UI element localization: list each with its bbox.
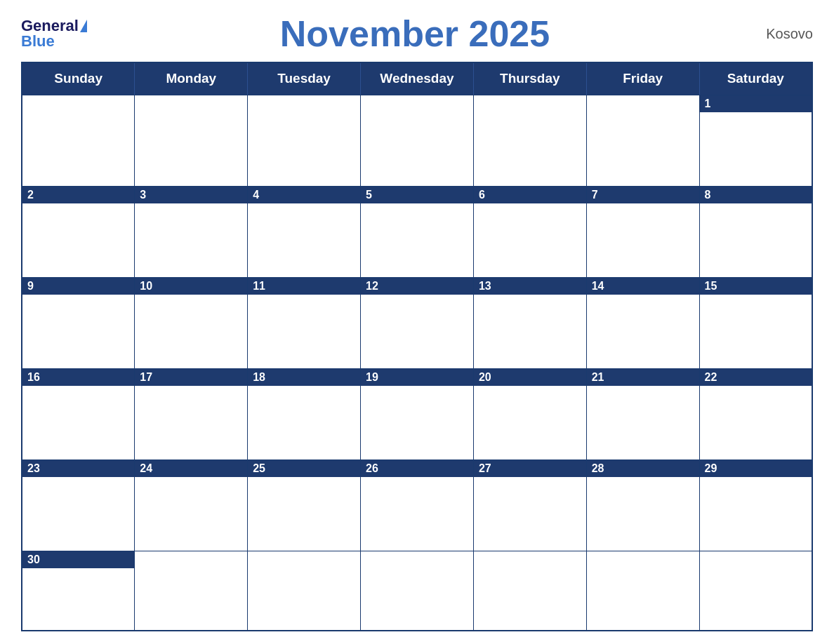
col-saturday: Saturday <box>699 62 812 95</box>
date-number: 12 <box>361 278 473 295</box>
date-number: 14 <box>587 278 699 295</box>
col-sunday: Sunday <box>22 62 135 95</box>
calendar-cell: 18 <box>248 368 361 459</box>
date-number: 1 <box>700 95 812 112</box>
date-number: 22 <box>700 369 812 386</box>
calendar-cell: 10 <box>135 277 248 368</box>
date-number: 19 <box>361 369 473 386</box>
col-tuesday: Tuesday <box>248 62 361 95</box>
calendar-cell: 6 <box>473 186 586 277</box>
calendar-cell: 14 <box>586 277 699 368</box>
date-number: 4 <box>248 187 360 203</box>
calendar-cell <box>22 95 135 186</box>
date-number: 25 <box>248 460 360 477</box>
date-number: 13 <box>474 278 586 295</box>
calendar-cell: 11 <box>248 277 361 368</box>
calendar-cell: 21 <box>586 368 699 459</box>
calendar-cell: 2 <box>22 186 135 277</box>
logo-blue-text: Blue <box>21 34 55 49</box>
date-number: 18 <box>248 369 360 386</box>
calendar-cell <box>135 551 248 631</box>
calendar-cell <box>473 551 586 631</box>
page-header: General Blue November 2025 Kosovo <box>21 13 813 55</box>
date-number: 28 <box>587 460 699 477</box>
calendar-week-row: 9101112131415 <box>22 277 812 368</box>
calendar-cell <box>248 95 361 186</box>
calendar-cell: 19 <box>361 368 474 459</box>
date-number: 9 <box>22 278 134 295</box>
calendar-cell <box>248 551 361 631</box>
logo-general-text: General <box>21 18 79 34</box>
calendar-cell: 9 <box>22 277 135 368</box>
logo-triangle-icon <box>80 20 87 32</box>
col-wednesday: Wednesday <box>361 62 474 95</box>
calendar-cell: 3 <box>135 186 248 277</box>
day-header-row: Sunday Monday Tuesday Wednesday Thursday… <box>22 62 812 95</box>
calendar-cell: 25 <box>248 460 361 551</box>
calendar-cell <box>135 95 248 186</box>
calendar-cell: 28 <box>586 460 699 551</box>
calendar-cell: 23 <box>22 460 135 551</box>
date-number: 6 <box>474 187 586 203</box>
date-number: 17 <box>135 369 247 386</box>
calendar-cell: 30 <box>22 551 135 631</box>
calendar-week-row: 30 <box>22 551 812 631</box>
date-number: 27 <box>474 460 586 477</box>
calendar-week-row: 16171819202122 <box>22 368 812 459</box>
calendar-cell: 26 <box>361 460 474 551</box>
calendar-cell: 7 <box>586 186 699 277</box>
calendar-table: Sunday Monday Tuesday Wednesday Thursday… <box>21 62 813 631</box>
date-number: 23 <box>22 460 134 477</box>
calendar-cell: 29 <box>699 460 812 551</box>
calendar-cell: 12 <box>361 277 474 368</box>
calendar-cell: 13 <box>473 277 586 368</box>
date-number: 21 <box>587 369 699 386</box>
col-thursday: Thursday <box>473 62 586 95</box>
calendar-cell: 8 <box>699 186 812 277</box>
calendar-week-row: 23242526272829 <box>22 460 812 551</box>
calendar-cell <box>361 551 474 631</box>
logo: General Blue <box>21 18 87 49</box>
calendar-cell <box>361 95 474 186</box>
calendar-cell <box>699 551 812 631</box>
calendar-cell: 1 <box>699 95 812 186</box>
calendar-cell: 20 <box>473 368 586 459</box>
date-number: 15 <box>700 278 812 295</box>
calendar-week-row: 1 <box>22 95 812 186</box>
date-number: 16 <box>22 369 134 386</box>
calendar-cell: 27 <box>473 460 586 551</box>
calendar-cell: 5 <box>361 186 474 277</box>
col-friday: Friday <box>586 62 699 95</box>
calendar-cell <box>473 95 586 186</box>
calendar-cell: 16 <box>22 368 135 459</box>
country-label: Kosovo <box>743 26 813 42</box>
calendar-cell <box>586 551 699 631</box>
calendar-cell <box>586 95 699 186</box>
date-number: 11 <box>248 278 360 295</box>
date-number: 7 <box>587 187 699 203</box>
calendar-cell: 22 <box>699 368 812 459</box>
page-title: November 2025 <box>87 13 743 55</box>
date-number: 2 <box>22 187 134 203</box>
date-number: 8 <box>700 187 812 203</box>
calendar-cell: 24 <box>135 460 248 551</box>
date-number: 29 <box>700 460 812 477</box>
calendar-cell: 4 <box>248 186 361 277</box>
date-number: 30 <box>22 551 134 568</box>
date-number: 3 <box>135 187 247 203</box>
date-number: 24 <box>135 460 247 477</box>
date-number: 20 <box>474 369 586 386</box>
date-number: 5 <box>361 187 473 203</box>
date-number: 10 <box>135 278 247 295</box>
calendar-cell: 17 <box>135 368 248 459</box>
calendar-cell: 15 <box>699 277 812 368</box>
col-monday: Monday <box>135 62 248 95</box>
date-number: 26 <box>361 460 473 477</box>
calendar-week-row: 2345678 <box>22 186 812 277</box>
